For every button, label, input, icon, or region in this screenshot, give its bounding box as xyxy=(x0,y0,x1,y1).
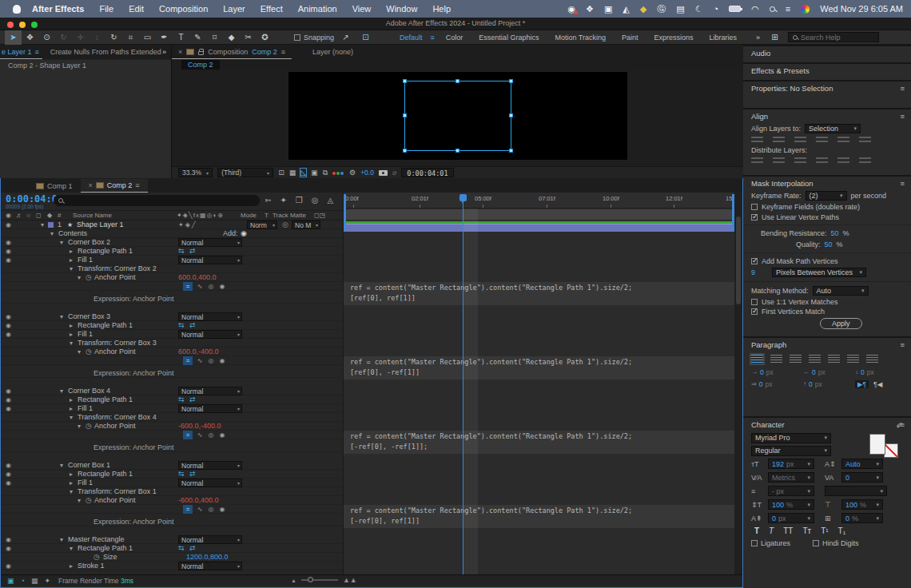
twirl-icon[interactable]: ▾ xyxy=(60,238,63,247)
tracking-dropdown[interactable]: 0▾ xyxy=(841,472,883,483)
eye-icon[interactable]: ◉ xyxy=(6,404,11,413)
expression-language-button[interactable]: ◉ xyxy=(217,356,227,365)
search-help-box[interactable] xyxy=(788,32,879,42)
path-direction-icons[interactable]: ⇆ ⇄ xyxy=(178,247,197,256)
workspace-default[interactable]: Default xyxy=(392,34,431,42)
timeline-row-exprlabel[interactable]: Expression: Anchor Point xyxy=(1,369,343,378)
distribute-bottom-icon[interactable] xyxy=(794,157,806,165)
apple-icon[interactable] xyxy=(13,5,21,14)
timeline-row-fill[interactable]: ◉▸Fill 1Normal▾ xyxy=(1,330,343,339)
tsume-dropdown[interactable]: 0%▾ xyxy=(841,513,883,523)
menu-file[interactable]: File xyxy=(99,4,113,14)
pan-camera-tool-icon[interactable]: ✛ xyxy=(72,30,89,45)
path-direction-icons[interactable]: ⇆ ⇄ xyxy=(178,321,197,330)
layer-name[interactable]: Shape Layer 1 xyxy=(77,220,124,229)
eye-icon[interactable]: ◉ xyxy=(6,562,11,570)
eye-icon[interactable]: ◉ xyxy=(6,461,11,470)
twirl-icon[interactable]: ▾ xyxy=(60,387,63,395)
region-of-interest-icon[interactable]: ▣ xyxy=(311,169,318,177)
workspace-menu-icon[interactable]: ≡ xyxy=(431,34,435,42)
group-name[interactable]: Corner Box 1 xyxy=(68,461,110,470)
justify-last-center-button[interactable] xyxy=(828,355,840,364)
align-left-icon[interactable] xyxy=(751,137,763,144)
pen-tool-icon[interactable]: ✒ xyxy=(156,30,173,45)
eye-icon[interactable]: ◉ xyxy=(6,330,11,339)
timeline-row-fill[interactable]: ◉▸Fill 1Normal▾ xyxy=(1,404,343,413)
panel-menu-icon[interactable]: ≡ xyxy=(135,181,139,189)
control-center-icon[interactable]: ≡ xyxy=(786,5,790,14)
align-top-icon[interactable] xyxy=(816,137,828,144)
menu-view[interactable]: View xyxy=(352,4,372,14)
property-name[interactable]: Anchor Point xyxy=(94,496,136,505)
distribute-right-icon[interactable] xyxy=(859,157,871,165)
vertical-scale-dropdown[interactable]: 100%▾ xyxy=(768,499,814,510)
distribute-top-icon[interactable] xyxy=(751,157,763,165)
track-matte-dropdown[interactable]: No M▾ xyxy=(292,220,320,229)
timeline-row-exprbtns[interactable]: =∿◎◉ xyxy=(1,431,343,439)
menu-composition[interactable]: Composition xyxy=(159,4,208,14)
twirl-icon[interactable]: ▾ xyxy=(50,229,54,238)
clone-stamp-tool-icon[interactable]: ⌑ xyxy=(206,30,223,45)
eye-icon[interactable]: ◉ xyxy=(6,256,11,264)
track-matte-header[interactable]: Track Matte xyxy=(273,211,306,220)
timeline-row-exprbtns[interactable]: =∿◎◉ xyxy=(1,356,343,365)
linear-vertex-paths-checkbox[interactable] xyxy=(751,214,758,220)
property-name[interactable]: Anchor Point xyxy=(94,273,136,282)
anchor-point-value[interactable]: 600.0,-400.0 xyxy=(178,348,219,356)
path-direction-icons[interactable]: ⇆ ⇄ xyxy=(178,395,197,404)
eraser-tool-icon[interactable]: ◆ xyxy=(223,30,240,45)
small-caps-button[interactable]: Tᴛ xyxy=(802,526,811,535)
align-header[interactable]: Align≡ xyxy=(743,109,911,123)
property-name[interactable]: Stroke 1 xyxy=(78,562,105,570)
expression-text[interactable]: ref = content("Master Rectangle").conten… xyxy=(344,431,734,454)
layer-switches[interactable]: ✦◈╱ xyxy=(178,220,197,229)
expression-language-button[interactable]: ◉ xyxy=(217,282,227,291)
track-matte-pickwhip-icon[interactable]: ◎ xyxy=(282,220,288,229)
transform-group-name[interactable]: Transform: Corner Box 2 xyxy=(78,264,157,273)
timeline-row-path[interactable]: ◉▸Rectangle Path 1⇆ ⇄ xyxy=(1,321,343,330)
expression-label[interactable]: Expression: Anchor Point xyxy=(93,443,174,452)
fill-color-swatch[interactable] xyxy=(869,434,885,455)
timeline-row-group[interactable]: ◉▾Master RectangleNormal▾ xyxy=(1,535,343,544)
property-name[interactable]: Rectangle Path 1 xyxy=(78,544,133,553)
timeline-graph-pane[interactable]: 0:00f02:01f05:00f07:01f10:00f12:01f15:00… xyxy=(343,193,734,574)
distribute-vcenter-icon[interactable] xyxy=(773,157,785,165)
stopwatch-icon[interactable]: ◷ xyxy=(86,422,92,431)
transform-group-name[interactable]: Transform: Corner Box 1 xyxy=(78,487,157,496)
faux-italic-button[interactable]: T xyxy=(769,526,774,535)
dolly-tool-icon[interactable]: ↕ xyxy=(89,30,105,45)
always-preview-icon[interactable]: ⊡ xyxy=(278,169,284,177)
twirl-icon[interactable]: ▸ xyxy=(70,404,73,413)
twirl-icon[interactable]: ▾ xyxy=(78,273,81,282)
eye-icon[interactable]: ◉ xyxy=(6,238,11,247)
show-graph-button[interactable]: ∿ xyxy=(195,431,205,439)
property-name[interactable]: Rectangle Path 1 xyxy=(78,395,133,404)
twirl-icon[interactable]: ▾ xyxy=(78,422,81,431)
vertices-count-value[interactable]: 9 xyxy=(751,268,755,276)
keyframe-fields-checkbox[interactable] xyxy=(751,204,758,210)
align-text-right-button[interactable] xyxy=(790,355,802,364)
align-selection-dropdown[interactable]: Selection▾ xyxy=(805,124,861,133)
recording-status-icon[interactable]: ◉ xyxy=(567,5,575,14)
close-tab-icon[interactable]: × xyxy=(178,48,182,56)
timeline-row-anchor[interactable]: ▾◷Anchor Point-600.0,400.0 xyxy=(1,496,343,505)
timeline-row-contents[interactable]: ▾ContentsAdd:◉ xyxy=(1,229,343,238)
expression-pickwhip-icon[interactable]: ◎ xyxy=(206,282,216,291)
audio-column-icon[interactable]: ♬ xyxy=(16,211,22,220)
snapshot-camera-icon[interactable] xyxy=(379,170,388,176)
selection-tool-icon[interactable]: ➤ xyxy=(5,30,22,45)
twirl-icon[interactable]: ▸ xyxy=(70,470,73,479)
align-text-center-button[interactable] xyxy=(770,355,782,364)
workspace-paint[interactable]: Paint xyxy=(614,34,646,42)
eye-icon[interactable]: ◉ xyxy=(6,479,11,487)
font-size-dropdown[interactable]: 192px▾ xyxy=(768,459,814,469)
motion-blur-icon[interactable]: ◬ xyxy=(327,196,333,205)
vertices-mode-dropdown[interactable]: Pixels Between Vertices▾ xyxy=(772,268,866,277)
timeline-zoom-control[interactable]: ▲ ▲▲ xyxy=(291,576,357,584)
group-name[interactable]: Corner Box 3 xyxy=(68,312,110,321)
snap-angle-icon[interactable]: ↗ xyxy=(337,30,354,45)
timeline-row-group[interactable]: ◉▾Corner Box 3Normal▾ xyxy=(1,312,343,321)
enable-expression-button[interactable]: = xyxy=(183,282,193,291)
twirl-icon[interactable]: ▸ xyxy=(70,395,73,404)
timeline-row-fill[interactable]: ◉▸Fill 1Normal▾ xyxy=(1,256,343,264)
